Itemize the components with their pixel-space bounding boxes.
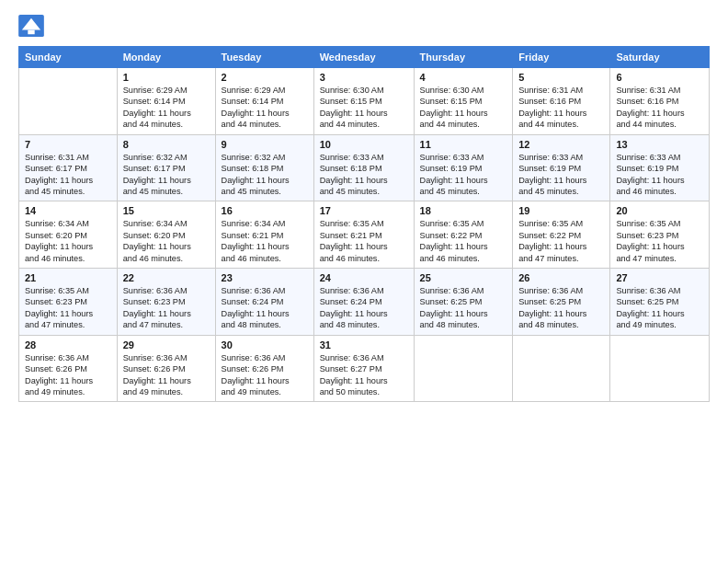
- day-info: Sunrise: 6:36 AM Sunset: 6:23 PM Dayligh…: [123, 285, 210, 331]
- logo-icon: [18, 15, 44, 37]
- col-header-thursday: Thursday: [414, 47, 513, 68]
- calendar-cell: 26Sunrise: 6:36 AM Sunset: 6:25 PM Dayli…: [513, 269, 610, 336]
- day-info: Sunrise: 6:29 AM Sunset: 6:14 PM Dayligh…: [123, 85, 210, 131]
- header-row: SundayMondayTuesdayWednesdayThursdayFrid…: [19, 47, 710, 68]
- day-number: 9: [222, 139, 308, 150]
- calendar-cell: 20Sunrise: 6:35 AM Sunset: 6:23 PM Dayli…: [610, 201, 710, 269]
- calendar-cell: 1Sunrise: 6:29 AM Sunset: 6:14 PM Daylig…: [117, 68, 215, 135]
- day-info: Sunrise: 6:34 AM Sunset: 6:20 PM Dayligh…: [25, 218, 111, 264]
- day-number: 12: [518, 139, 604, 150]
- day-info: Sunrise: 6:34 AM Sunset: 6:20 PM Dayligh…: [123, 218, 210, 264]
- day-info: Sunrise: 6:30 AM Sunset: 6:15 PM Dayligh…: [420, 85, 507, 131]
- week-row-4: 21Sunrise: 6:35 AM Sunset: 6:23 PM Dayli…: [19, 269, 710, 336]
- svg-rect-2: [28, 30, 34, 35]
- day-info: Sunrise: 6:35 AM Sunset: 6:21 PM Dayligh…: [320, 218, 408, 264]
- week-row-5: 28Sunrise: 6:36 AM Sunset: 6:26 PM Dayli…: [19, 335, 710, 402]
- day-info: Sunrise: 6:35 AM Sunset: 6:22 PM Dayligh…: [518, 218, 604, 264]
- day-number: 29: [123, 339, 210, 350]
- day-info: Sunrise: 6:31 AM Sunset: 6:17 PM Dayligh…: [25, 152, 111, 198]
- day-info: Sunrise: 6:29 AM Sunset: 6:14 PM Dayligh…: [222, 85, 308, 131]
- header: [18, 15, 710, 37]
- calendar-cell: [610, 335, 710, 402]
- calendar-cell: 29Sunrise: 6:36 AM Sunset: 6:26 PM Dayli…: [117, 335, 215, 402]
- col-header-friday: Friday: [513, 47, 610, 68]
- day-number: 5: [518, 72, 604, 83]
- day-number: 22: [123, 272, 210, 283]
- day-number: 4: [420, 72, 507, 83]
- day-info: Sunrise: 6:35 AM Sunset: 6:22 PM Dayligh…: [420, 218, 507, 264]
- calendar-cell: 12Sunrise: 6:33 AM Sunset: 6:19 PM Dayli…: [513, 134, 610, 201]
- day-number: 10: [320, 139, 408, 150]
- calendar-cell: 8Sunrise: 6:32 AM Sunset: 6:17 PM Daylig…: [117, 134, 215, 201]
- day-number: 18: [420, 205, 507, 216]
- day-info: Sunrise: 6:36 AM Sunset: 6:26 PM Dayligh…: [222, 352, 308, 398]
- day-number: 19: [518, 205, 604, 216]
- day-number: 8: [123, 139, 210, 150]
- day-number: 30: [222, 339, 308, 350]
- calendar-cell: 16Sunrise: 6:34 AM Sunset: 6:21 PM Dayli…: [215, 201, 313, 269]
- day-info: Sunrise: 6:34 AM Sunset: 6:21 PM Dayligh…: [222, 218, 308, 264]
- day-info: Sunrise: 6:30 AM Sunset: 6:15 PM Dayligh…: [320, 85, 408, 131]
- calendar-cell: [19, 68, 118, 135]
- calendar-cell: 18Sunrise: 6:35 AM Sunset: 6:22 PM Dayli…: [414, 201, 513, 269]
- col-header-monday: Monday: [117, 47, 215, 68]
- calendar-cell: 11Sunrise: 6:33 AM Sunset: 6:19 PM Dayli…: [414, 134, 513, 201]
- day-number: 11: [420, 139, 507, 150]
- day-number: 16: [222, 205, 308, 216]
- calendar-cell: 27Sunrise: 6:36 AM Sunset: 6:25 PM Dayli…: [610, 269, 710, 336]
- day-number: 7: [25, 139, 111, 150]
- day-info: Sunrise: 6:36 AM Sunset: 6:24 PM Dayligh…: [320, 285, 408, 331]
- day-info: Sunrise: 6:35 AM Sunset: 6:23 PM Dayligh…: [616, 218, 703, 264]
- col-header-tuesday: Tuesday: [215, 47, 313, 68]
- day-info: Sunrise: 6:36 AM Sunset: 6:25 PM Dayligh…: [518, 285, 604, 331]
- day-info: Sunrise: 6:36 AM Sunset: 6:26 PM Dayligh…: [123, 352, 210, 398]
- calendar-cell: 2Sunrise: 6:29 AM Sunset: 6:14 PM Daylig…: [215, 68, 313, 135]
- calendar-cell: [513, 335, 610, 402]
- calendar-cell: 14Sunrise: 6:34 AM Sunset: 6:20 PM Dayli…: [19, 201, 118, 269]
- day-number: 25: [420, 272, 507, 283]
- day-number: 27: [616, 272, 703, 283]
- week-row-2: 7Sunrise: 6:31 AM Sunset: 6:17 PM Daylig…: [19, 134, 710, 201]
- calendar-cell: 6Sunrise: 6:31 AM Sunset: 6:16 PM Daylig…: [610, 68, 710, 135]
- calendar-cell: 7Sunrise: 6:31 AM Sunset: 6:17 PM Daylig…: [19, 134, 118, 201]
- col-header-saturday: Saturday: [610, 47, 710, 68]
- calendar-cell: 13Sunrise: 6:33 AM Sunset: 6:19 PM Dayli…: [610, 134, 710, 201]
- page: SundayMondayTuesdayWednesdayThursdayFrid…: [0, 0, 728, 563]
- day-info: Sunrise: 6:32 AM Sunset: 6:17 PM Dayligh…: [123, 152, 210, 198]
- col-header-wednesday: Wednesday: [313, 47, 414, 68]
- calendar-cell: 24Sunrise: 6:36 AM Sunset: 6:24 PM Dayli…: [313, 269, 414, 336]
- calendar-table: SundayMondayTuesdayWednesdayThursdayFrid…: [18, 46, 710, 402]
- calendar-cell: 31Sunrise: 6:36 AM Sunset: 6:27 PM Dayli…: [313, 335, 414, 402]
- calendar-cell: [414, 335, 513, 402]
- day-number: 1: [123, 72, 210, 83]
- day-number: 20: [616, 205, 703, 216]
- day-info: Sunrise: 6:36 AM Sunset: 6:27 PM Dayligh…: [320, 352, 408, 398]
- calendar-cell: 9Sunrise: 6:32 AM Sunset: 6:18 PM Daylig…: [215, 134, 313, 201]
- calendar-cell: 5Sunrise: 6:31 AM Sunset: 6:16 PM Daylig…: [513, 68, 610, 135]
- day-info: Sunrise: 6:36 AM Sunset: 6:26 PM Dayligh…: [25, 352, 111, 398]
- week-row-3: 14Sunrise: 6:34 AM Sunset: 6:20 PM Dayli…: [19, 201, 710, 269]
- calendar-cell: 25Sunrise: 6:36 AM Sunset: 6:25 PM Dayli…: [414, 269, 513, 336]
- day-number: 24: [320, 272, 408, 283]
- day-info: Sunrise: 6:33 AM Sunset: 6:19 PM Dayligh…: [420, 152, 507, 198]
- day-number: 6: [616, 72, 703, 83]
- day-info: Sunrise: 6:31 AM Sunset: 6:16 PM Dayligh…: [616, 85, 703, 131]
- calendar-cell: 19Sunrise: 6:35 AM Sunset: 6:22 PM Dayli…: [513, 201, 610, 269]
- day-info: Sunrise: 6:33 AM Sunset: 6:19 PM Dayligh…: [616, 152, 703, 198]
- week-row-1: 1Sunrise: 6:29 AM Sunset: 6:14 PM Daylig…: [19, 68, 710, 135]
- day-number: 2: [222, 72, 308, 83]
- day-number: 14: [25, 205, 111, 216]
- calendar-cell: 3Sunrise: 6:30 AM Sunset: 6:15 PM Daylig…: [313, 68, 414, 135]
- calendar-cell: 23Sunrise: 6:36 AM Sunset: 6:24 PM Dayli…: [215, 269, 313, 336]
- calendar-cell: 15Sunrise: 6:34 AM Sunset: 6:20 PM Dayli…: [117, 201, 215, 269]
- day-info: Sunrise: 6:35 AM Sunset: 6:23 PM Dayligh…: [25, 285, 111, 331]
- calendar-cell: 30Sunrise: 6:36 AM Sunset: 6:26 PM Dayli…: [215, 335, 313, 402]
- logo: [18, 15, 48, 37]
- day-number: 26: [518, 272, 604, 283]
- day-number: 21: [25, 272, 111, 283]
- day-info: Sunrise: 6:33 AM Sunset: 6:18 PM Dayligh…: [320, 152, 408, 198]
- day-number: 23: [222, 272, 308, 283]
- day-info: Sunrise: 6:36 AM Sunset: 6:25 PM Dayligh…: [420, 285, 507, 331]
- day-number: 17: [320, 205, 408, 216]
- day-number: 13: [616, 139, 703, 150]
